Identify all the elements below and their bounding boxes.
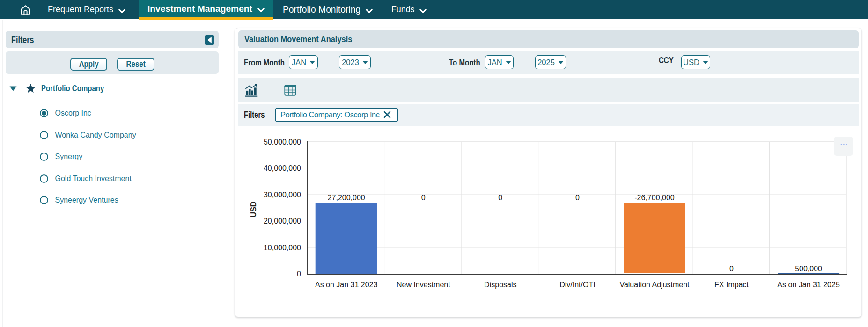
svg-text:20,000,000: 20,000,000 bbox=[264, 217, 301, 225]
svg-text:0: 0 bbox=[575, 194, 580, 202]
svg-text:30,000,000: 30,000,000 bbox=[264, 191, 301, 199]
svg-text:10,000,000: 10,000,000 bbox=[264, 244, 301, 252]
svg-text:-26,700,000: -26,700,000 bbox=[634, 194, 675, 202]
svg-text:New Investment: New Investment bbox=[397, 281, 450, 289]
svg-text:50,000,000: 50,000,000 bbox=[264, 138, 301, 146]
svg-text:0: 0 bbox=[421, 194, 426, 202]
svg-text:USD: USD bbox=[250, 202, 257, 218]
svg-text:0: 0 bbox=[729, 265, 734, 273]
svg-text:FX Impact: FX Impact bbox=[714, 281, 749, 289]
svg-text:Valuation Adjustment: Valuation Adjustment bbox=[619, 281, 690, 289]
svg-text:500,000: 500,000 bbox=[795, 265, 822, 273]
svg-text:40,000,000: 40,000,000 bbox=[264, 164, 301, 172]
svg-text:0: 0 bbox=[297, 270, 301, 278]
svg-text:Disposals: Disposals bbox=[484, 281, 516, 289]
svg-text:0: 0 bbox=[498, 194, 502, 202]
svg-text:Div/Int/OTI: Div/Int/OTI bbox=[559, 281, 595, 289]
svg-text:As on Jan 31 2023: As on Jan 31 2023 bbox=[315, 281, 378, 289]
svg-text:As on Jan 31 2025: As on Jan 31 2025 bbox=[777, 281, 840, 289]
svg-text:27,200,000: 27,200,000 bbox=[328, 194, 365, 202]
